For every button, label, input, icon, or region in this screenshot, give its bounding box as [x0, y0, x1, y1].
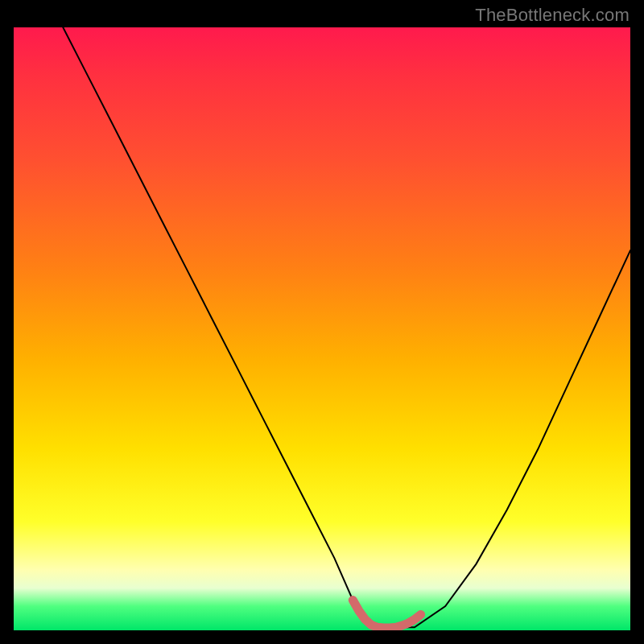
chart-svg [14, 27, 630, 630]
plot-area [14, 27, 630, 630]
watermark-text: TheBottleneck.com [475, 5, 630, 26]
chart-stage: TheBottleneck.com [0, 0, 644, 644]
curve-main [63, 27, 630, 627]
curve-highlight [353, 601, 420, 629]
